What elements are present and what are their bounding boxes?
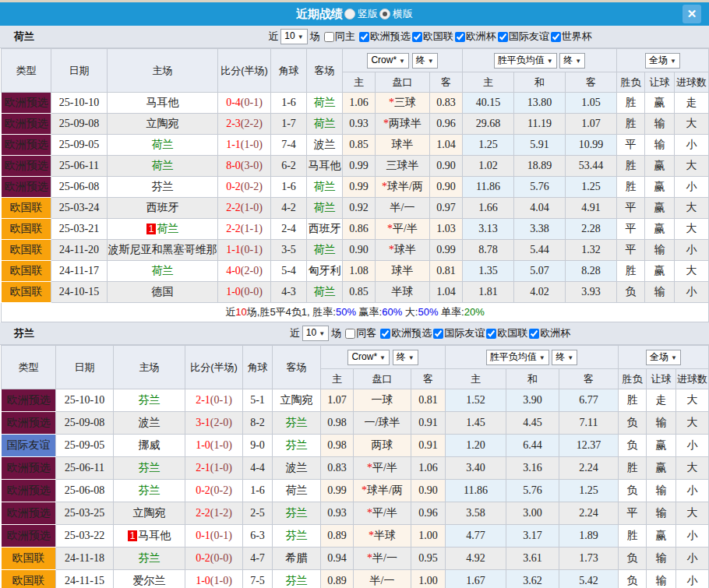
avg-draw: 5.76: [506, 480, 559, 502]
odds-time-select[interactable]: 终▼: [412, 53, 438, 69]
crown-odds-header: Crow*▼ 终▼: [321, 346, 446, 369]
result-handicap: 走: [647, 389, 676, 412]
corner-score: 4-2: [271, 198, 307, 219]
league-checkbox[interactable]: [455, 32, 465, 42]
avg-source-select[interactable]: 胜平负均值▼: [486, 350, 549, 365]
match-date: 25-06-08: [51, 177, 108, 198]
league-checkbox[interactable]: [359, 32, 369, 42]
odds-home: 0.83: [321, 457, 354, 480]
fulltime-score: 1-0: [196, 575, 210, 586]
avg-away: 8.28: [566, 261, 617, 282]
home-team: 西班牙: [108, 198, 218, 219]
table-row: 欧国联 24-11-17 荷兰 4-0(2-0) 5-4 匈牙利 1.08 球半…: [2, 261, 709, 282]
away-team-name: 西班牙: [309, 223, 341, 234]
same-filter[interactable]: 同客: [344, 326, 376, 340]
filter-controls: 近 10▼ 场 同主 欧洲预选欧国联欧洲杯国际友谊世界杯: [34, 29, 709, 44]
corner-score: 5-1: [243, 389, 273, 412]
result-winloss: 胜: [617, 93, 645, 114]
col-let: 让球: [645, 72, 675, 93]
col-home: 主场: [108, 49, 218, 93]
avg-time-select[interactable]: 终▼: [559, 53, 585, 69]
col-date: 日期: [56, 346, 114, 389]
league-filter[interactable]: 欧国联: [485, 326, 527, 340]
match-date: 25-09-05: [56, 435, 114, 457]
col-handicap: 盘口: [376, 72, 430, 93]
away-team-name: 荷兰: [314, 97, 336, 108]
table-row: 欧国联 24-11-20 波斯尼亚和黑塞哥维那 1-1(0-1) 3-5 荷兰 …: [2, 240, 709, 261]
league-checkbox[interactable]: [486, 329, 496, 339]
radio-horizontal[interactable]: 横版: [379, 7, 413, 21]
home-team: 芬兰: [114, 389, 185, 412]
league-filter[interactable]: 国际友谊: [496, 30, 549, 44]
avg-time-select[interactable]: 终▼: [552, 350, 577, 365]
result-goals: 小: [676, 570, 709, 588]
odds-away: 0.91: [411, 435, 446, 457]
odds-time-value: 终: [416, 55, 425, 65]
score-cell: 3-1(2-0): [185, 412, 243, 435]
league-filter[interactable]: 欧洲预选: [379, 326, 432, 340]
match-date: 25-03-22: [56, 525, 114, 548]
league-checkbox[interactable]: [433, 329, 443, 339]
avg-home: 1.81: [463, 282, 514, 303]
same-checkbox[interactable]: [324, 32, 334, 42]
radio-horizontal-icon[interactable]: [379, 9, 390, 19]
odds-source-select[interactable]: Crow*▼: [347, 350, 390, 365]
odds-time-select[interactable]: 终▼: [393, 350, 418, 365]
score-cell: 0-2(0-2): [218, 177, 271, 198]
chevron-down-icon: ▼: [567, 354, 573, 361]
radio-vertical-icon[interactable]: [344, 9, 355, 19]
league-filter[interactable]: 欧洲杯: [527, 326, 570, 340]
result-handicap: 输: [645, 282, 675, 303]
odds-source-select[interactable]: Crow*▼: [367, 53, 409, 69]
league-checkbox[interactable]: [412, 32, 422, 42]
away-team: 荷兰: [307, 282, 343, 303]
table-row: 欧国联 25-03-21 1荷兰 2-2(1-1) 2-4 西班牙 0.86 *…: [2, 219, 709, 240]
fulltime-select[interactable]: 全场▼: [646, 350, 681, 365]
result-goals: 大: [675, 219, 709, 240]
fulltime-select[interactable]: 全场▼: [645, 53, 680, 69]
halftime-score: (2-0): [241, 265, 263, 276]
table-row: 欧洲预选 25-09-05 荷兰 1-1(1-0) 7-4 波兰 0.85 球半…: [2, 135, 709, 156]
home-team-name: 芬兰: [152, 181, 174, 192]
corner-score: 1-6: [243, 480, 273, 502]
odds-home: 0.89: [321, 525, 354, 548]
odds-away: 0.96: [411, 502, 446, 525]
home-team: 波兰: [114, 412, 185, 435]
halftime-score: (1-2): [210, 507, 232, 519]
same-filter[interactable]: 同主: [323, 30, 355, 44]
table-row: 欧国联 24-11-18 芬兰 0-2(0-0) 4-7 希腊 0.94 *半/…: [2, 548, 709, 570]
team-name: 芬兰: [14, 326, 34, 340]
league-filter[interactable]: 欧国联: [411, 30, 453, 44]
close-button[interactable]: ✕: [683, 5, 701, 23]
radio-vertical[interactable]: 竖版: [344, 7, 378, 21]
col-away: 客场: [307, 49, 343, 93]
league-checkbox[interactable]: [380, 329, 390, 339]
score-cell: 1-0(1-0): [185, 435, 243, 457]
avg-home: 29.68: [463, 114, 514, 135]
col-away: 客场: [273, 346, 321, 389]
near-count-select[interactable]: 10▼: [280, 29, 307, 44]
chevron-down-icon: ▼: [408, 354, 414, 361]
summary-row: 近10场,胜5平4负1, 胜率:50% 赢率:60% 大:50% 单率:20%: [2, 303, 709, 322]
match-date: 25-03-25: [56, 502, 114, 525]
league-filter[interactable]: 国际友谊: [432, 326, 485, 340]
halftime-score: (2-0): [210, 417, 232, 428]
avg-draw: 3.62: [506, 570, 559, 588]
corner-score: 6-3: [243, 525, 273, 548]
league-filter-label: 欧洲杯: [466, 30, 496, 44]
league-filter[interactable]: 世界杯: [549, 30, 592, 44]
odds-away: 0.90: [430, 156, 463, 177]
same-checkbox[interactable]: [345, 329, 355, 339]
match-date: 24-11-20: [51, 240, 108, 261]
league-type: 欧国联: [2, 548, 56, 570]
halftime-score: (0-1): [210, 394, 232, 406]
avg-source-select[interactable]: 胜平负均值▼: [494, 53, 557, 69]
near-count-select[interactable]: 10▼: [302, 326, 329, 341]
home-team-name: 马耳他: [146, 97, 179, 108]
league-checkbox[interactable]: [551, 32, 561, 42]
league-checkbox[interactable]: [498, 32, 508, 42]
league-filter[interactable]: 欧洲预选: [358, 30, 411, 44]
chevron-down-icon: ▼: [379, 354, 386, 361]
league-filter[interactable]: 欧洲杯: [453, 30, 496, 44]
league-checkbox[interactable]: [529, 329, 539, 339]
